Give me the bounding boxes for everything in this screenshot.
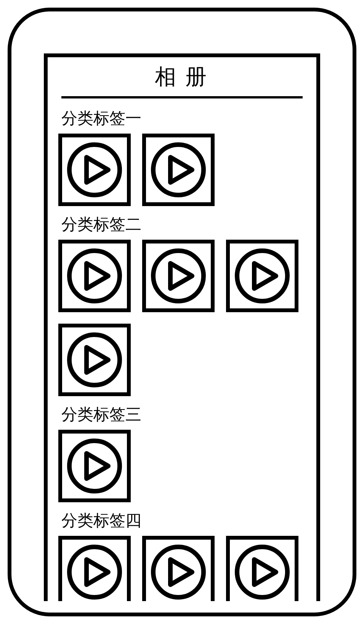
svg-marker-5	[87, 263, 108, 289]
svg-marker-11	[87, 347, 108, 372]
category-2: 分类标签二	[58, 214, 306, 396]
play-icon	[234, 543, 291, 601]
svg-point-10	[69, 335, 120, 385]
video-thumb[interactable]	[58, 430, 131, 502]
svg-marker-3	[170, 157, 192, 182]
content: 分类标签一 分类标签二	[48, 108, 316, 601]
video-thumb[interactable]	[58, 240, 131, 312]
svg-marker-15	[87, 560, 108, 585]
svg-point-8	[237, 251, 287, 301]
svg-marker-7	[170, 263, 192, 289]
video-thumb[interactable]	[142, 134, 215, 206]
thumbs-row	[58, 430, 306, 502]
play-icon	[150, 543, 207, 601]
play-icon	[66, 543, 123, 601]
category-label: 分类标签二	[61, 214, 306, 235]
svg-point-2	[153, 145, 204, 195]
svg-point-14	[69, 547, 120, 597]
play-icon	[150, 141, 207, 198]
thumbs-row	[58, 536, 306, 601]
category-label: 分类标签三	[61, 404, 306, 425]
category-4: 分类标签四	[58, 510, 306, 601]
thumbs-row	[58, 134, 306, 206]
svg-point-4	[69, 251, 120, 301]
title-underline	[61, 96, 303, 98]
category-3: 分类标签三	[58, 404, 306, 502]
video-thumb[interactable]	[58, 324, 131, 396]
video-thumb[interactable]	[142, 536, 215, 601]
video-thumb[interactable]	[226, 240, 298, 312]
screen: 相册 分类标签一 分类标签二	[44, 53, 320, 601]
svg-point-16	[153, 547, 204, 597]
video-thumb[interactable]	[142, 240, 215, 312]
video-thumb[interactable]	[226, 536, 298, 601]
play-icon	[66, 141, 123, 198]
page-title: 相册	[149, 61, 216, 95]
svg-marker-19	[254, 560, 276, 585]
play-icon	[66, 247, 123, 305]
category-label: 分类标签一	[61, 108, 306, 129]
play-icon	[150, 247, 207, 305]
svg-point-12	[69, 441, 120, 491]
video-thumb[interactable]	[58, 536, 131, 601]
device-frame: 相册 分类标签一 分类标签二	[8, 8, 356, 616]
play-icon	[66, 331, 123, 389]
app-root: 相册 分类标签一 分类标签二	[48, 57, 316, 601]
svg-marker-13	[87, 453, 108, 479]
category-label: 分类标签四	[61, 510, 306, 531]
play-icon	[234, 247, 291, 305]
svg-marker-1	[87, 157, 108, 182]
svg-marker-9	[254, 263, 276, 289]
svg-marker-17	[170, 560, 192, 585]
svg-point-0	[69, 145, 120, 195]
video-thumb[interactable]	[58, 134, 131, 206]
category-1: 分类标签一	[58, 108, 306, 206]
header: 相册	[48, 57, 316, 95]
play-icon	[66, 437, 123, 495]
thumbs-row	[58, 240, 306, 396]
svg-point-18	[237, 547, 287, 597]
svg-point-6	[153, 251, 204, 301]
